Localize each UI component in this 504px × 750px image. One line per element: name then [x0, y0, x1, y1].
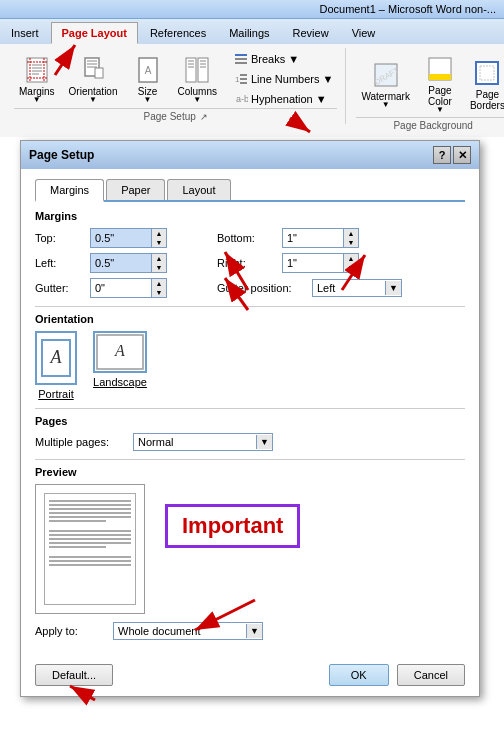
page-background-group: DRAFT Watermark ▼ PageColor ▼	[348, 48, 504, 133]
dialog-help-button[interactable]: ?	[433, 146, 451, 164]
orientation-label: Orientation	[35, 313, 465, 325]
landscape-label[interactable]: Landscape	[93, 376, 147, 388]
gutter-spin[interactable]: ▲ ▼	[151, 279, 166, 297]
dialog-title: Page Setup	[29, 148, 94, 162]
breaks-button[interactable]: Breaks ▼	[230, 50, 337, 68]
preview-line-3	[49, 508, 131, 510]
preview-line-7	[49, 530, 131, 532]
page-borders-button[interactable]: PageBorders	[465, 54, 504, 114]
preview-line-8	[49, 534, 131, 536]
tab-page-layout[interactable]: Page Layout	[51, 22, 138, 44]
svg-rect-29	[240, 78, 247, 80]
page-color-button[interactable]: PageColor ▼	[419, 50, 461, 117]
multiple-pages-select[interactable]: Normal ▼	[133, 433, 273, 451]
tab-review[interactable]: Review	[282, 22, 340, 44]
ok-button[interactable]: OK	[329, 664, 389, 686]
preview-section: Preview	[35, 466, 465, 614]
tab-paper[interactable]: Paper	[106, 179, 165, 200]
multiple-pages-label: Multiple pages:	[35, 436, 125, 448]
bottom-spin-down[interactable]: ▼	[344, 238, 358, 247]
page-color-icon	[424, 53, 456, 85]
preview-line-13	[49, 560, 131, 562]
line-numbers-button[interactable]: 1 Line Numbers ▼	[230, 70, 337, 88]
svg-rect-25	[235, 58, 247, 60]
left-spin-up[interactable]: ▲	[152, 254, 166, 263]
dialog-close-button[interactable]: ✕	[453, 146, 471, 164]
columns-button[interactable]: Columns ▼	[173, 51, 222, 107]
bottom-field[interactable]: ▲ ▼	[282, 228, 359, 248]
margins-icon	[21, 54, 53, 86]
gutter-pos-select[interactable]: Left ▼	[312, 279, 402, 297]
bottom-input[interactable]	[283, 229, 343, 247]
ribbon-content: Margins ▼ Orientation ▼	[0, 44, 504, 137]
default-button[interactable]: Default...	[35, 664, 113, 686]
tab-view[interactable]: View	[341, 22, 387, 44]
portrait-label[interactable]: Portrait	[38, 388, 73, 400]
apply-to-value: Whole document	[114, 623, 246, 639]
divider2	[35, 408, 465, 409]
top-spin[interactable]: ▲ ▼	[151, 229, 166, 247]
preview-box	[35, 484, 145, 614]
right-spin-up[interactable]: ▲	[344, 254, 358, 263]
gutter-field[interactable]: ▲ ▼	[90, 278, 167, 298]
line-numbers-label: Line Numbers ▼	[251, 73, 333, 85]
top-spin-up[interactable]: ▲	[152, 229, 166, 238]
gutter-spin-down[interactable]: ▼	[152, 288, 166, 297]
tab-mailings[interactable]: Mailings	[218, 22, 280, 44]
svg-rect-30	[240, 82, 247, 84]
margins-section-label: Margins	[35, 210, 465, 222]
bottom-label: Bottom:	[217, 232, 272, 244]
orientation-button[interactable]: Orientation ▼	[64, 51, 123, 107]
divider	[35, 306, 465, 307]
preview-page	[44, 493, 136, 605]
tab-margins[interactable]: Margins	[35, 179, 104, 202]
landscape-option[interactable]: A Landscape	[93, 331, 147, 400]
multiple-pages-arrow[interactable]: ▼	[256, 435, 272, 449]
watermark-button[interactable]: DRAFT Watermark ▼	[356, 56, 415, 112]
ribbon-tab-bar: Insert Page Layout References Mailings R…	[0, 19, 504, 44]
portrait-option[interactable]: A Portrait	[35, 331, 77, 400]
bottom-spin-up[interactable]: ▲	[344, 229, 358, 238]
preview-line-6	[49, 520, 106, 522]
top-spin-down[interactable]: ▼	[152, 238, 166, 247]
preview-line-5	[49, 516, 131, 518]
preview-line-12	[49, 556, 131, 558]
page-borders-icon	[471, 57, 503, 89]
gutter-pos-value: Left	[313, 280, 385, 296]
apply-to-select[interactable]: Whole document ▼	[113, 622, 263, 640]
orientation-section: Orientation A Portrait A	[35, 313, 465, 400]
pages-row: Multiple pages: Normal ▼	[35, 433, 465, 451]
svg-rect-10	[95, 68, 103, 78]
page-setup-expand[interactable]: ↗	[200, 112, 208, 122]
size-button[interactable]: A Size ▼	[127, 51, 169, 107]
preview-line-14	[49, 564, 131, 566]
right-field[interactable]: ▲ ▼	[282, 253, 359, 273]
right-spin-down[interactable]: ▼	[344, 263, 358, 272]
gutter-input[interactable]	[91, 279, 151, 297]
top-field[interactable]: ▲ ▼	[90, 228, 167, 248]
gutter-label: Gutter:	[35, 282, 80, 294]
portrait-icon: A	[35, 331, 77, 385]
margins-button[interactable]: Margins ▼	[14, 51, 60, 107]
preview-line-10	[49, 542, 131, 544]
hyphenation-button[interactable]: a-b Hyphenation ▼	[230, 90, 337, 108]
bottom-spin[interactable]: ▲ ▼	[343, 229, 358, 247]
left-field[interactable]: ▲ ▼	[90, 253, 167, 273]
dialog-footer: Default... OK Cancel	[21, 658, 479, 696]
gutter-pos-arrow[interactable]: ▼	[385, 281, 401, 295]
top-input[interactable]	[91, 229, 151, 247]
preview-line-2	[49, 504, 131, 506]
apply-to-arrow[interactable]: ▼	[246, 624, 262, 638]
right-input[interactable]	[283, 254, 343, 272]
tab-layout[interactable]: Layout	[167, 179, 230, 200]
right-spin[interactable]: ▲ ▼	[343, 254, 358, 272]
gutter-spin-up[interactable]: ▲	[152, 279, 166, 288]
pages-section: Pages Multiple pages: Normal ▼	[35, 415, 465, 451]
left-input[interactable]	[91, 254, 151, 272]
tab-insert[interactable]: Insert	[0, 22, 50, 44]
left-spin[interactable]: ▲ ▼	[151, 254, 166, 272]
tab-references[interactable]: References	[139, 22, 217, 44]
dialog-controls: ? ✕	[433, 146, 471, 164]
cancel-button[interactable]: Cancel	[397, 664, 465, 686]
left-spin-down[interactable]: ▼	[152, 263, 166, 272]
